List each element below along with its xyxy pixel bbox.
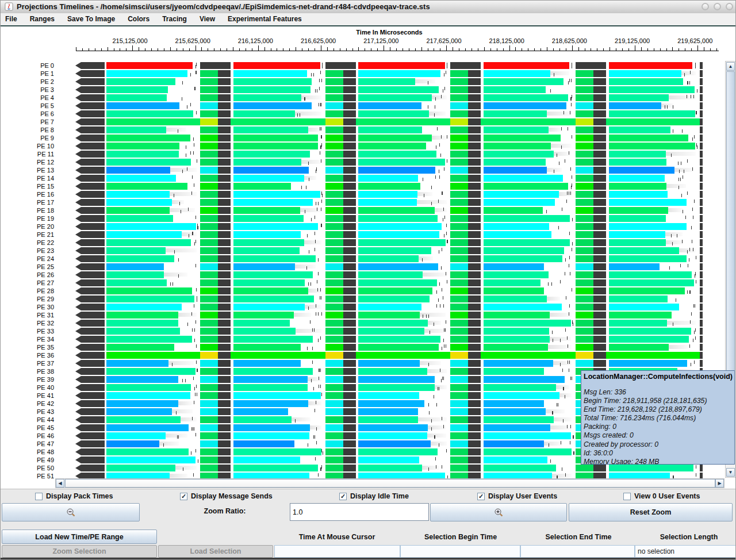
timeline-overhead-block[interactable] <box>218 110 231 117</box>
timeline-bar[interactable] <box>484 287 544 294</box>
timeline-bar[interactable] <box>358 320 428 327</box>
timeline-bar[interactable] <box>106 135 190 141</box>
timeline-band[interactable] <box>576 183 593 190</box>
timeline-overhead-block[interactable] <box>218 215 231 222</box>
timeline-band[interactable] <box>325 102 343 109</box>
timeline-bar[interactable] <box>358 448 438 455</box>
timeline-overhead-block[interactable] <box>468 287 481 294</box>
timeline-overhead-block[interactable] <box>343 223 356 230</box>
timeline-band[interactable] <box>576 344 593 351</box>
timeline-bar[interactable] <box>609 159 666 166</box>
timeline-overhead-block[interactable] <box>343 328 356 335</box>
horizontal-scroll-thumb[interactable] <box>65 479 715 488</box>
timeline-band[interactable] <box>450 312 468 319</box>
timeline-overhead-block[interactable] <box>343 424 356 431</box>
timeline-bar[interactable] <box>106 440 159 447</box>
timeline-overhead-block[interactable] <box>218 167 231 174</box>
timeline-overhead-block[interactable] <box>75 183 105 190</box>
timeline-overhead-block[interactable] <box>593 175 606 182</box>
timeline-band[interactable] <box>325 271 343 278</box>
timeline-bar[interactable] <box>106 215 173 222</box>
timeline-overhead-block[interactable] <box>593 360 606 367</box>
timeline-overhead-block[interactable] <box>218 368 231 375</box>
timeline-band[interactable] <box>200 199 218 206</box>
timeline-bar[interactable] <box>484 135 561 141</box>
timeline-bar[interactable] <box>484 279 540 286</box>
timeline-band[interactable] <box>450 159 468 166</box>
timeline-band[interactable] <box>450 279 468 286</box>
timeline-bar[interactable] <box>106 416 181 423</box>
timeline-overhead-block[interactable] <box>343 231 356 238</box>
timeline-bar[interactable] <box>484 191 559 198</box>
timeline-band[interactable] <box>576 271 593 278</box>
timeline-bar[interactable] <box>233 62 320 69</box>
timeline-band[interactable] <box>325 392 343 399</box>
timeline-bar[interactable] <box>609 86 695 93</box>
timeline-overhead-block[interactable] <box>343 167 356 174</box>
timeline-overhead-block[interactable] <box>75 239 105 246</box>
timeline-bar[interactable] <box>233 320 290 327</box>
timeline-band[interactable] <box>450 247 468 254</box>
timeline-band[interactable] <box>200 135 218 141</box>
timeline-overhead-block[interactable] <box>75 320 105 327</box>
timeline-bar[interactable] <box>358 143 426 149</box>
timeline-bar[interactable] <box>233 199 313 206</box>
timeline-overhead-block[interactable] <box>468 328 481 335</box>
timeline-overhead-block[interactable] <box>593 159 606 166</box>
timeline-overhead-block[interactable] <box>218 392 231 399</box>
timeline-band[interactable] <box>450 86 468 93</box>
timeline-band[interactable] <box>450 320 468 327</box>
timeline-bar[interactable] <box>609 255 687 262</box>
timeline-bar[interactable] <box>233 400 308 407</box>
timeline-bar[interactable] <box>358 78 415 85</box>
timeline-bar[interactable] <box>106 408 172 415</box>
timeline-bar[interactable] <box>233 304 305 310</box>
timeline-bar[interactable] <box>233 215 304 222</box>
timeline-overhead-block[interactable] <box>218 360 231 367</box>
timeline-overhead-block[interactable] <box>343 271 356 278</box>
timeline-bar[interactable] <box>358 247 431 254</box>
timeline-overhead-block[interactable] <box>593 344 606 351</box>
timeline-overhead-block[interactable] <box>218 223 231 230</box>
timeline-overhead-block[interactable] <box>325 62 356 69</box>
timeline-overhead-block[interactable] <box>75 400 105 407</box>
timeline-overhead-block[interactable] <box>468 167 481 174</box>
timeline-bar[interactable] <box>484 223 549 230</box>
timeline-band[interactable] <box>200 312 218 319</box>
timeline-overhead-block[interactable] <box>343 279 356 286</box>
timeline-bar[interactable] <box>106 126 166 133</box>
timeline-bar[interactable] <box>358 465 422 471</box>
timeline-bar[interactable] <box>484 94 568 101</box>
timeline-overhead-block[interactable] <box>75 296 105 302</box>
timeline-bar[interactable] <box>358 279 437 286</box>
timeline-bar[interactable] <box>233 78 312 85</box>
timeline-overhead-block[interactable] <box>75 408 105 415</box>
timeline-band[interactable] <box>450 175 468 182</box>
timeline-overhead-block[interactable] <box>343 304 356 310</box>
timeline-band[interactable] <box>325 384 343 391</box>
timeline-bar[interactable] <box>609 167 674 174</box>
timeline-bar[interactable] <box>484 408 546 415</box>
timeline-overhead-block[interactable] <box>343 86 356 93</box>
timeline-bar[interactable] <box>233 408 288 415</box>
timeline-band[interactable] <box>576 118 593 125</box>
timeline-overhead-block[interactable] <box>75 440 105 447</box>
timeline-overhead-block[interactable] <box>218 279 231 286</box>
timeline-overhead-block[interactable] <box>468 368 481 375</box>
timeline-bar[interactable] <box>233 191 320 198</box>
timeline-overhead-block[interactable] <box>468 416 481 423</box>
checkbox-checked-icon[interactable]: ✓ <box>339 493 347 500</box>
timeline-band[interactable] <box>325 231 343 238</box>
timeline-band[interactable] <box>450 78 468 85</box>
timeline-bar[interactable] <box>358 207 435 214</box>
timeline-bar[interactable] <box>358 223 442 230</box>
timeline-overhead-block[interactable] <box>593 296 606 302</box>
timeline-bar[interactable] <box>358 400 424 407</box>
timeline-band[interactable] <box>325 296 343 302</box>
timeline-bar[interactable] <box>609 110 695 117</box>
timeline-overhead-block[interactable] <box>593 183 606 190</box>
timeline-band[interactable] <box>576 70 593 77</box>
timeline-overhead-block[interactable] <box>343 400 356 407</box>
timeline-bar[interactable] <box>233 312 294 319</box>
timeline-band[interactable] <box>200 448 218 455</box>
